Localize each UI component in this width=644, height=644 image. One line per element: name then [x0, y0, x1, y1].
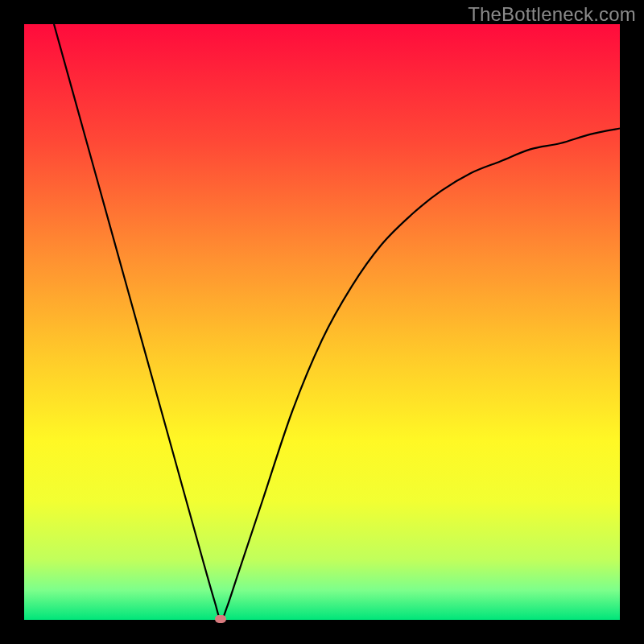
bottleneck-curve [54, 24, 620, 620]
watermark-text: TheBottleneck.com [468, 3, 636, 26]
chart-frame: TheBottleneck.com [0, 0, 644, 644]
minimum-marker [215, 615, 226, 623]
curve-svg [24, 24, 620, 620]
plot-area [24, 24, 620, 620]
